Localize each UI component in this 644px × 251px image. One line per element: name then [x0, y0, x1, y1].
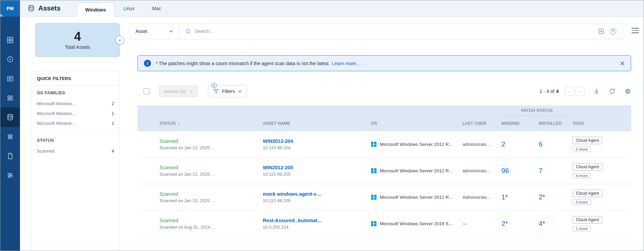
installed-patches-count[interactable]: 7 — [539, 167, 573, 175]
more-tags-pill[interactable]: 2 more — [573, 147, 591, 152]
asset-ip: 10.115.98.205 — [263, 172, 368, 177]
sidebar-item-dashboard[interactable] — [0, 30, 20, 50]
missing-patches-count[interactable]: 2 — [501, 140, 539, 148]
prev-page-button[interactable]: ‹ — [565, 87, 574, 96]
filter-label: Microsoft Window… — [37, 101, 76, 106]
filter-label: Microsoft Window… — [37, 121, 76, 126]
sidebar-item-assets[interactable] — [0, 108, 20, 127]
scan-status-detail: Scanned on Jan 21, 2025 … — [159, 172, 259, 177]
status-cell: Scanned Scanned on Jan 10, 2025 … — [159, 191, 263, 203]
collapse-panel-button[interactable]: ‹ — [115, 36, 124, 44]
chevron-left-icon: ‹ — [568, 89, 570, 94]
table-row[interactable]: Scanned Scanned on Jan 21, 2025 … WIN201… — [137, 131, 631, 158]
column-header-installed[interactable]: INSTALLED — [539, 116, 573, 131]
help-icon[interactable]: ? — [610, 28, 616, 35]
sidebar-item-reports[interactable] — [0, 146, 20, 166]
total-assets-card-wrap: 4 Total Assets ‹ — [35, 23, 120, 57]
column-header-os[interactable]: OS — [371, 116, 463, 131]
sidebar-item-catalog[interactable] — [0, 69, 20, 88]
column-header-missing[interactable]: MISSING — [501, 116, 539, 131]
table-row[interactable]: Scanned Scanned on Jan 21, 2025 … WIN201… — [137, 158, 631, 184]
more-tags-pill[interactable]: 4 more — [573, 173, 591, 178]
sidebar-item-scans[interactable] — [0, 50, 20, 69]
menu-icon[interactable] — [631, 28, 639, 33]
assets-table: PATCH STATUS STATUS ↓ ASSET NAME OS LAST… — [137, 105, 631, 237]
tag-pill[interactable]: Cloud Agent — [573, 163, 602, 171]
more-tags-pill[interactable]: 3 more — [573, 199, 591, 205]
installed-patches-count[interactable]: 2* — [539, 193, 573, 201]
left-panel: 4 Total Assets ‹ QUICK FILTERS OS FAMILI… — [20, 17, 129, 251]
column-label: TAGS — [573, 121, 584, 126]
filter-label: Microsoft Window… — [37, 111, 76, 116]
search-entity-dropdown[interactable]: Asset — [129, 23, 179, 39]
last-user-cell: administrato… — [463, 168, 501, 173]
installed-patches-count[interactable]: 4* — [539, 220, 573, 228]
select-all-checkbox[interactable] — [144, 88, 150, 94]
asset-name-cell: WIN2012-205 10.115.98.205 — [263, 165, 371, 177]
filter-count: 4 — [112, 149, 114, 154]
scan-status: Scanned — [159, 138, 259, 144]
missing-patches-count[interactable]: 96 — [501, 167, 539, 175]
actions-button-label: Actions (0) — [164, 89, 186, 94]
status-cell: Scanned Scanned on Jan 21, 2025 … — [159, 138, 263, 150]
tags-cell: Cloud Agent 4 more — [573, 158, 631, 184]
last-user-cell: Administrato… — [463, 195, 501, 200]
missing-patches-count[interactable]: 1* — [501, 193, 539, 201]
filter-count: 1 — [112, 111, 114, 116]
pagination-total: 4 — [556, 89, 559, 94]
tag-pill[interactable]: Cloud Agent — [573, 137, 602, 144]
column-header-last-user[interactable]: LAST USER — [463, 116, 501, 131]
more-tags-pill[interactable]: 1 more — [573, 226, 591, 231]
app-logo[interactable]: PM — [0, 0, 20, 17]
app-window: PM — [0, 0, 644, 251]
top-bar: Assets Windows Linux Mac — [20, 0, 644, 17]
quick-filter-status-scanned[interactable]: Scanned 4 — [37, 146, 114, 156]
sidebar-item-patches[interactable] — [0, 88, 20, 108]
close-icon[interactable]: × — [620, 59, 625, 67]
status-section: STATUS Scanned 4 — [31, 133, 120, 158]
download-icon[interactable] — [593, 88, 600, 95]
asset-name-link[interactable]: Rest-Assured_Automat… — [263, 218, 368, 223]
info-icon: i — [144, 60, 151, 67]
filters-button[interactable]: 1 Filters — [208, 85, 247, 97]
column-header-asset-name[interactable]: ASSET NAME — [263, 116, 371, 131]
tab-windows[interactable]: Windows — [77, 2, 114, 17]
actions-button[interactable]: Actions (0) — [159, 85, 198, 97]
add-widget-icon[interactable] — [598, 28, 604, 35]
missing-patches-count[interactable]: 2* — [501, 220, 539, 228]
quick-filter-os-family-1[interactable]: Microsoft Window… 2 — [37, 99, 114, 109]
asset-name-link[interactable]: mock windows agent-v… — [263, 191, 368, 197]
os-name: Microsoft Windows Server 2019 S… — [380, 221, 453, 226]
os-families-heading: OS FAMILIES — [37, 91, 114, 95]
refresh-icon[interactable] — [609, 88, 616, 95]
radar-icon — [6, 56, 14, 63]
tab-linux[interactable]: Linux — [114, 0, 143, 16]
asset-name-link[interactable]: WIN2012-205 — [263, 165, 368, 170]
total-assets-label: Total Assets — [65, 44, 90, 50]
settings-gear-icon[interactable] — [624, 88, 631, 95]
column-header-status[interactable]: STATUS ↓ — [159, 116, 263, 131]
column-header-tags[interactable]: TAGS — [573, 116, 631, 131]
column-label: LAST USER — [463, 121, 486, 126]
search-input[interactable] — [195, 28, 598, 34]
sidebar-item-configuration[interactable] — [0, 166, 20, 185]
learn-more-link[interactable]: Learn more… — [332, 61, 361, 66]
next-page-button[interactable]: › — [576, 87, 584, 96]
status-heading: STATUS — [37, 138, 114, 143]
installed-patches-count[interactable]: 6 — [539, 140, 573, 148]
table-row[interactable]: Scanned Scanned on Aug 31, 2024 … Rest-A… — [137, 211, 631, 237]
quick-filter-os-family-3[interactable]: Microsoft Window… 1 — [37, 118, 114, 128]
tab-mac[interactable]: Mac — [143, 0, 170, 16]
tag-pill[interactable]: Cloud Agent — [573, 190, 602, 197]
page-title: Assets — [38, 4, 61, 12]
table-row[interactable]: Scanned Scanned on Jan 10, 2025 … mock w… — [137, 184, 631, 211]
tag-pill[interactable]: Cloud Agent — [573, 216, 602, 224]
sort-desc-icon: ↓ — [178, 121, 180, 126]
asset-ip: 10.115.98.204 — [263, 145, 368, 150]
windows-logo-icon — [371, 142, 377, 147]
filter-count: 2 — [112, 101, 114, 106]
filters-button-label: Filters — [222, 89, 235, 94]
sidebar-item-jobs[interactable] — [0, 127, 20, 146]
asset-name-link[interactable]: WIN2012-204 — [263, 138, 368, 144]
quick-filter-os-family-2[interactable]: Microsoft Window… 1 — [37, 109, 114, 118]
